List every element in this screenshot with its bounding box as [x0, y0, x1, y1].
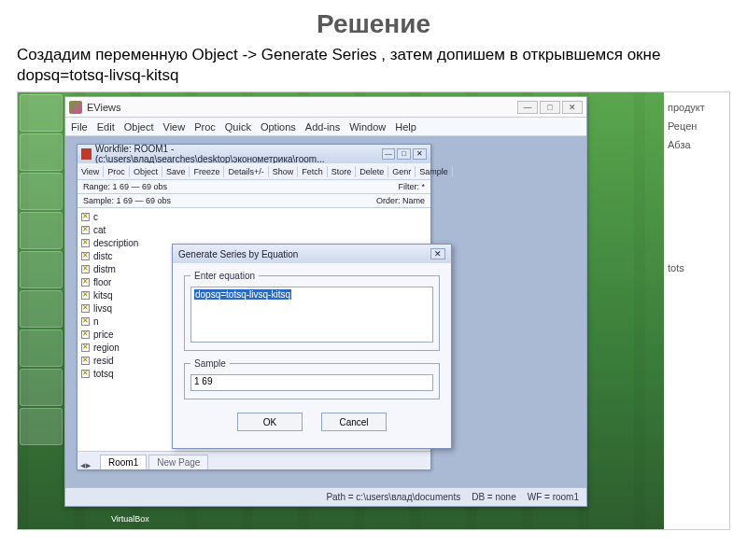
- desktop-icon[interactable]: [20, 173, 63, 210]
- menu-options[interactable]: Options: [261, 121, 296, 133]
- equation-input[interactable]: dopsq=totsq-livsq-kitsq: [190, 287, 433, 343]
- status-wf: WF = room1: [528, 492, 579, 502]
- wf-tool-proc[interactable]: Proc: [104, 166, 130, 177]
- dialog-body: Enter equation dopsq=totsq-livsq-kitsq S…: [173, 263, 451, 448]
- obj-name: c: [93, 212, 98, 222]
- obj-name: floor: [93, 277, 111, 287]
- obj-name: price: [93, 329, 114, 340]
- checkbox-icon: [81, 370, 90, 378]
- ribbon-fragment: tots: [668, 262, 726, 273]
- screenshot: продукт Рецен Абза tots EViews — □ ✕ Fil…: [17, 91, 730, 530]
- desktop-icon[interactable]: [20, 290, 63, 328]
- checkbox-icon: [81, 278, 90, 287]
- sample-input[interactable]: 1 69: [190, 374, 433, 391]
- wf-tool-delete[interactable]: Delete: [356, 166, 388, 177]
- desktop-icon[interactable]: [20, 369, 63, 406]
- obj-name: livsq: [93, 303, 112, 314]
- tab-new-page[interactable]: New Page: [148, 455, 208, 469]
- app-title: EViews: [87, 102, 120, 113]
- close-button[interactable]: ✕: [562, 101, 583, 114]
- generate-series-dialog: Generate Series by Equation ✕ Enter equa…: [172, 244, 452, 449]
- menu-addins[interactable]: Add-ins: [305, 121, 340, 133]
- chevron-right-icon: ▶: [86, 462, 91, 469]
- wf-tool-save[interactable]: Save: [162, 166, 190, 177]
- desktop-icon[interactable]: [20, 408, 63, 445]
- menu-quick[interactable]: Quick: [225, 121, 251, 133]
- workfile-toolbar: View Proc Object Save Freeze Details+/- …: [78, 163, 430, 180]
- minimize-button[interactable]: —: [517, 101, 538, 114]
- desktop-icon[interactable]: [20, 251, 63, 288]
- wf-tool-store[interactable]: Store: [328, 166, 357, 177]
- checkbox-icon: [81, 330, 90, 339]
- wf-tool-sample[interactable]: Sample: [416, 166, 453, 177]
- checkbox-icon: [81, 304, 90, 313]
- menu-object[interactable]: Object: [124, 121, 154, 133]
- wf-range: Range: 1 69 — 69 obs: [83, 182, 167, 191]
- wf-tool-freeze[interactable]: Freeze: [190, 166, 224, 177]
- dialog-titlebar[interactable]: Generate Series by Equation ✕: [173, 245, 451, 263]
- menu-view[interactable]: View: [163, 121, 186, 133]
- menu-help[interactable]: Help: [395, 121, 416, 133]
- list-item[interactable]: cat: [81, 223, 427, 236]
- checkbox-icon: [81, 239, 90, 247]
- checkbox-icon: [81, 213, 90, 221]
- checkbox-icon: [81, 252, 90, 260]
- dialog-close-button[interactable]: ✕: [430, 248, 445, 259]
- checkbox-icon: [81, 291, 90, 300]
- sample-legend: Sample: [190, 358, 230, 369]
- status-db: DB = none: [472, 492, 516, 502]
- ok-button[interactable]: OK: [237, 413, 303, 431]
- obj-name: n: [93, 316, 99, 327]
- menu-proc[interactable]: Proc: [194, 121, 216, 133]
- dialog-button-row: OK Cancel: [182, 407, 442, 441]
- chevron-left-icon: ◀: [80, 462, 85, 469]
- wf-tool-fetch[interactable]: Fetch: [298, 166, 328, 177]
- cancel-button[interactable]: Cancel: [321, 413, 387, 431]
- checkbox-icon: [81, 226, 90, 234]
- wf-order: Order: Name: [376, 196, 425, 205]
- workfile-titlebar[interactable]: Workfile: ROOM1 - (c:\users\влад\searche…: [78, 145, 430, 163]
- obj-name: description: [93, 238, 138, 248]
- taskbar-app-label: VirtualBox: [111, 514, 149, 524]
- menu-window[interactable]: Window: [349, 121, 386, 133]
- wf-tool-genr[interactable]: Genr: [388, 166, 416, 177]
- app-statusbar: Path = c:\users\влад\documents DB = none…: [65, 487, 586, 506]
- wf-tool-object[interactable]: Object: [130, 166, 162, 177]
- desktop-icons-column: [20, 94, 63, 501]
- checkbox-icon: [81, 357, 90, 365]
- workfile-tabs: ◀ ▶ Room1 New Page: [78, 451, 430, 469]
- wf-sample: Sample: 1 69 — 69 obs: [83, 196, 171, 205]
- app-logo-icon: [69, 101, 82, 114]
- wf-tool-show[interactable]: Show: [269, 166, 299, 177]
- tab-scroll-arrows[interactable]: ◀ ▶: [78, 462, 100, 469]
- obj-name: totsq: [93, 369, 114, 379]
- desktop-icon[interactable]: [20, 133, 63, 171]
- checkbox-icon: [81, 317, 90, 326]
- obj-name: distm: [93, 264, 116, 274]
- app-titlebar[interactable]: EViews — □ ✕: [65, 97, 586, 118]
- wf-close-button[interactable]: ✕: [413, 148, 427, 160]
- workfile-title: Workfile: ROOM1 - (c:\users\влад\searche…: [95, 144, 380, 164]
- wf-minimize-button[interactable]: —: [382, 148, 396, 160]
- wf-maximize-button[interactable]: □: [397, 148, 411, 160]
- slide-description: Создадим переменную Object -> Generate S…: [17, 45, 730, 86]
- menu-file[interactable]: File: [71, 121, 88, 133]
- wf-tool-view[interactable]: View: [78, 166, 104, 177]
- maximize-button[interactable]: □: [540, 101, 560, 114]
- status-path: Path = c:\users\влад\documents: [326, 492, 460, 502]
- desktop-icon[interactable]: [20, 212, 63, 249]
- sample-fieldset: Sample 1 69: [184, 358, 440, 399]
- equation-fieldset: Enter equation dopsq=totsq-livsq-kitsq: [184, 271, 440, 351]
- tab-room1[interactable]: Room1: [100, 455, 147, 469]
- app-client-area: Workfile: ROOM1 - (c:\users\влад\searche…: [65, 136, 586, 487]
- ribbon-fragment: Рецен: [668, 120, 726, 132]
- wf-tool-details[interactable]: Details+/-: [224, 166, 268, 177]
- checkbox-icon: [81, 343, 90, 352]
- wf-filter: Filter: *: [398, 182, 425, 191]
- menu-edit[interactable]: Edit: [97, 121, 115, 133]
- obj-name: kitsq: [93, 290, 113, 301]
- desktop-icon[interactable]: [20, 94, 63, 132]
- list-item[interactable]: c: [81, 210, 427, 223]
- desktop-icon[interactable]: [20, 329, 63, 367]
- workfile-icon: [81, 148, 92, 160]
